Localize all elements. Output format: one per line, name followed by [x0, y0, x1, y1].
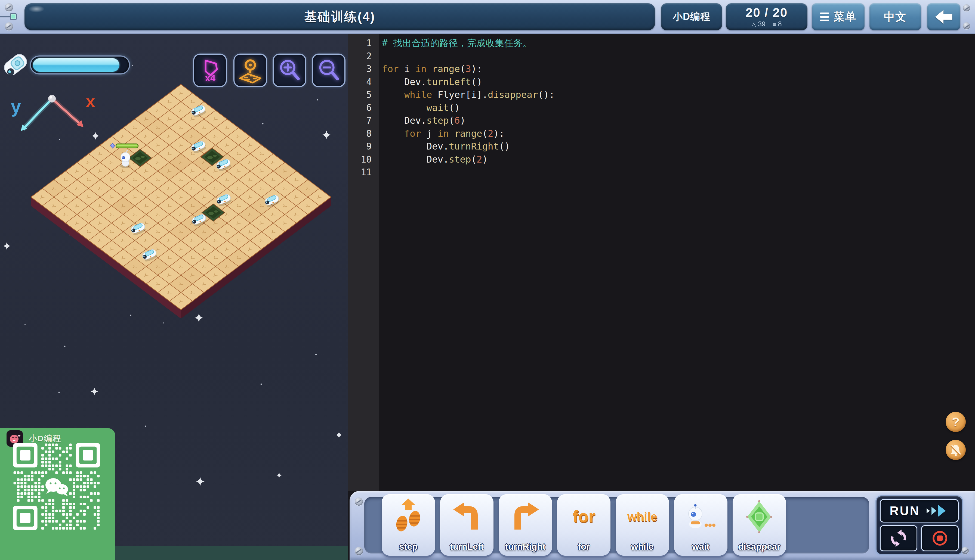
svg-text:x4: x4 [205, 73, 215, 83]
code-line: for i in range(3): [382, 63, 975, 75]
toolbar-button-label: wait [674, 542, 728, 552]
app-root: y x x4 [0, 0, 975, 560]
toolbar-button-turnLeft[interactable]: turnLeft [440, 494, 494, 556]
menu-button[interactable]: 菜单 [812, 3, 865, 30]
star-dot [64, 346, 65, 347]
triple-play-icon [926, 504, 949, 518]
zoom-in-icon [274, 55, 305, 86]
line-number: 4 [348, 75, 379, 88]
screw-icon [5, 3, 13, 12]
toolbar-button-label: step [382, 542, 435, 552]
for-icon: for for [565, 497, 603, 537]
star-sparkle [336, 432, 342, 438]
lines-icon: ≡ [773, 21, 776, 28]
code-line: Dev.turnLeft() [382, 75, 975, 88]
code-line: wait() [382, 102, 975, 115]
toolbar-button-for[interactable]: for forfor [557, 494, 611, 556]
star-dot [130, 315, 131, 316]
svg-text:while: while [627, 510, 657, 523]
star-dot [262, 123, 264, 125]
code-line: while Flyer[i].disappear(): [382, 88, 975, 102]
star-sparkle [92, 132, 99, 140]
wechat-icon [45, 478, 68, 497]
stop-button[interactable] [921, 525, 959, 551]
screw-icon [5, 22, 13, 30]
step-icon [389, 497, 427, 537]
reset-button[interactable] [880, 525, 917, 551]
game-viewport[interactable]: y x x4 [0, 34, 350, 560]
zoom-out-icon [313, 55, 344, 86]
star-dot [163, 322, 164, 323]
toolbar-button-label: while [616, 542, 669, 552]
wait-icon [682, 497, 720, 537]
line-number: 6 [348, 102, 379, 115]
map-button[interactable] [234, 53, 267, 87]
star-dot [58, 392, 60, 393]
screw-icon [355, 547, 363, 555]
line-number: 3 [348, 63, 379, 75]
brand-button[interactable]: 小D编程 [661, 3, 722, 30]
blocks-icon: △ [751, 21, 756, 28]
axis-x-label: x [86, 92, 95, 110]
toolbar-button-turnRight[interactable]: turnRight [499, 494, 552, 556]
star-sparkle [322, 130, 331, 139]
speed-x4-icon: x4 [195, 55, 225, 86]
zoom-out-button[interactable] [312, 53, 346, 87]
code-line: for j in range(2): [382, 127, 975, 140]
line-number: 2 [348, 50, 379, 63]
line-number: 7 [348, 114, 379, 127]
mute-button[interactable] [946, 440, 966, 460]
back-button[interactable] [927, 3, 960, 30]
star-dot [25, 324, 25, 325]
toolbar-button-step[interactable]: step [382, 494, 435, 556]
menu-icon [820, 13, 829, 21]
code-editor[interactable]: 1234567891011 # 找出合适的路径，完成收集任务。for i in … [348, 34, 975, 560]
star-sparkle [196, 477, 205, 486]
screw-icon [963, 22, 970, 29]
top-bar: 基础训练(4) 小D编程 20 / 20 △ 39 ≡ 8 菜单 中文 [0, 0, 975, 34]
question-icon: ? [952, 415, 960, 429]
toolbar-button-label: disappear [733, 542, 786, 552]
score-button[interactable]: 20 / 20 △ 39 ≡ 8 [726, 3, 807, 30]
axis-y-label: y [11, 97, 21, 117]
speed-x4-button[interactable]: x4 [193, 53, 227, 87]
toolbar-button-wait[interactable]: wait [674, 494, 728, 556]
energy-progress-bar [30, 55, 130, 75]
hud-robot-badge [2, 52, 29, 77]
map-icon [235, 55, 265, 86]
zoom-in-button[interactable] [272, 53, 306, 87]
toolbar-button-disappear[interactable]: disappear [733, 494, 786, 556]
run-button[interactable]: RUN [880, 499, 959, 522]
command-toolbar: step turnLeft turnRightfor forforwhile w… [350, 491, 975, 560]
help-button[interactable]: ? [946, 412, 966, 432]
code-line: # 找出合适的路径，完成收集任务。 [382, 37, 975, 50]
title-plate: 基础训练(4) [25, 3, 655, 30]
led-wire [0, 16, 11, 17]
star-dot [132, 65, 133, 66]
line-number: 10 [348, 153, 379, 166]
screw-icon [963, 4, 970, 12]
star-sparkle [3, 242, 11, 250]
language-button[interactable]: 中文 [870, 3, 921, 30]
star-dot [145, 426, 146, 427]
while-icon: while while [623, 497, 661, 537]
editor-code: # 找出合适的路径，完成收集任务。for i in range(3): Dev.… [382, 34, 975, 179]
toolbar-button-while[interactable]: while whilewhile [616, 494, 669, 556]
star-dot [317, 99, 318, 101]
line-number: 5 [348, 88, 379, 102]
editor-gutter: 1234567891011 [348, 34, 379, 491]
toolbar-button-label: for [557, 542, 611, 552]
star-dot [315, 354, 317, 355]
star-dot [260, 383, 262, 385]
line-number: 11 [348, 166, 379, 179]
star-dot [59, 139, 60, 140]
score-value: 20 / 20 [746, 5, 788, 20]
energy-progress-fill [33, 58, 119, 72]
power-led [10, 13, 17, 20]
disappear-icon [740, 497, 778, 537]
toolbar-button-label: turnRight [499, 542, 552, 552]
star-sparkle [195, 313, 203, 322]
screw-icon [355, 497, 363, 506]
star-sparkle [90, 388, 98, 395]
qr-code [0, 443, 115, 560]
